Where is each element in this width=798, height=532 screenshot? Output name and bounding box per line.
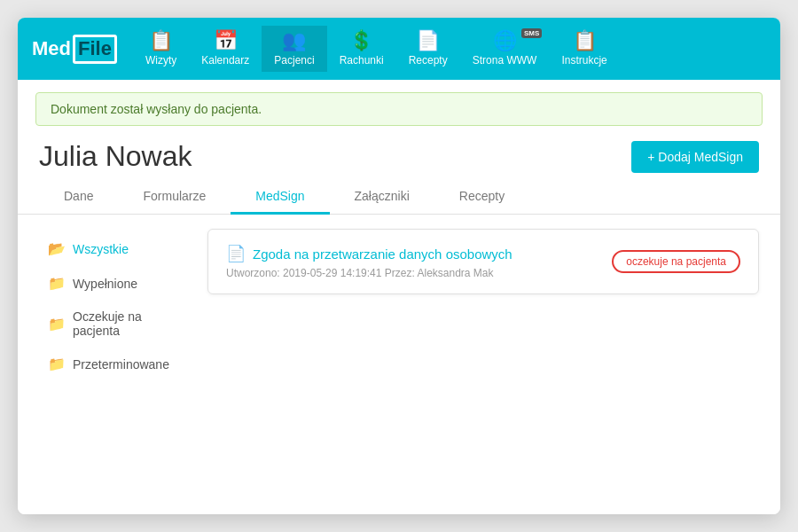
patient-name: Julia Nowak (39, 140, 192, 173)
wizyty-icon: 📋 (149, 31, 173, 51)
recepty-icon: 📄 (416, 31, 440, 51)
alert-bar: Dokument został wysłany do pacjenta. (35, 92, 763, 126)
logo-file: File (78, 37, 112, 59)
status-badge[interactable]: oczekuje na pacjenta (612, 250, 740, 273)
nav-item-recepty[interactable]: 📄 Recepty (396, 26, 460, 72)
recepty-label: Recepty (409, 54, 448, 66)
instrukcje-icon: 📋 (573, 31, 597, 51)
sidebar-item-oczekuje[interactable]: 📁 Oczekuje na pacjenta (39, 303, 190, 344)
sidebar: 📂 Wszystkie 📁 Wypełnione 📁 Oczekuje na p… (39, 229, 190, 379)
tab-dane[interactable]: Dane (39, 180, 118, 215)
nav-item-rachunki[interactable]: 💲 Rachunki (327, 26, 396, 72)
doc-meta: Utworzono: 2019-05-29 14:19:41 Przez: Al… (226, 267, 512, 279)
sidebar-item-przeterminowane[interactable]: 📁 Przeterminowane (39, 349, 190, 379)
strona-www-icon: 🌐 (493, 31, 517, 51)
nav-item-pacjenci[interactable]: 👥 Pacjenci (262, 26, 326, 72)
kalendarz-icon: 📅 (214, 31, 238, 51)
document-card[interactable]: 📄 Zgoda na przetwarzanie danych osobowyc… (207, 229, 759, 294)
sidebar-label-wszystkie: Wszystkie (73, 242, 129, 256)
patient-header: Julia Nowak + Dodaj MedSign (18, 126, 780, 180)
rachunki-label: Rachunki (340, 54, 384, 66)
pacjenci-icon: 👥 (282, 31, 306, 51)
doc-title-row: 📄 Zgoda na przetwarzanie danych osobowyc… (226, 244, 512, 263)
rachunki-icon: 💲 (349, 31, 373, 51)
logo-med: Med (32, 37, 71, 60)
nav-items: 📋 Wizyty 📅 Kalendarz 👥 Pacjenci 💲 Rachun… (133, 26, 620, 72)
doc-title: Zgoda na przetwarzanie danych osobowych (253, 246, 512, 262)
doc-file-icon: 📄 (226, 244, 246, 263)
documents-area: 📄 Zgoda na przetwarzanie danych osobowyc… (207, 229, 759, 379)
pacjenci-label: Pacjenci (274, 54, 314, 66)
tab-zalaczniki[interactable]: Załączniki (330, 180, 434, 215)
navbar: Med File 📋 Wizyty 📅 Kalendarz 👥 Pacjenci… (18, 18, 780, 80)
sidebar-label-przeterminowane: Przeterminowane (73, 357, 169, 372)
add-medsign-button[interactable]: + Dodaj MedSign (631, 141, 759, 173)
sidebar-item-wszystkie[interactable]: 📂 Wszystkie (39, 234, 190, 263)
tab-recepty[interactable]: Recepty (434, 180, 529, 215)
nav-item-strona-www[interactable]: SMS 🌐 Strona WWW (460, 26, 550, 72)
instrukcje-label: Instrukcje (561, 54, 606, 66)
content-area: Dokument został wysłany do pacjenta. Jul… (18, 80, 780, 514)
logo-file-bracket: File (73, 35, 117, 64)
tab-formularze[interactable]: Formularze (118, 180, 231, 215)
logo: Med File (32, 35, 117, 64)
folder-icon-wszystkie: 📂 (48, 240, 66, 257)
sms-badge: SMS (521, 28, 542, 38)
tabs-bar: Dane Formularze MedSign Załączniki Recep… (18, 180, 780, 215)
nav-item-instrukcje[interactable]: 📋 Instrukcje (549, 26, 619, 72)
nav-item-kalendarz[interactable]: 📅 Kalendarz (189, 26, 262, 72)
doc-info: 📄 Zgoda na przetwarzanie danych osobowyc… (226, 244, 512, 279)
main-body: 📂 Wszystkie 📁 Wypełnione 📁 Oczekuje na p… (18, 215, 780, 393)
sidebar-label-oczekuje: Oczekuje na pacjenta (73, 309, 181, 338)
tab-medsign[interactable]: MedSign (231, 180, 329, 215)
sidebar-label-wypelnione: Wypełnione (73, 277, 137, 291)
sidebar-item-wypelnione[interactable]: 📁 Wypełnione (39, 269, 190, 298)
folder-icon-przeterminowane: 📁 (48, 356, 66, 372)
wizyty-label: Wizyty (145, 54, 176, 66)
kalendarz-label: Kalendarz (201, 54, 249, 66)
strona-www-label: Strona WWW (473, 54, 537, 66)
app-window: Med File 📋 Wizyty 📅 Kalendarz 👥 Pacjenci… (18, 18, 780, 514)
folder-icon-wypelnione: 📁 (48, 275, 66, 292)
alert-message: Dokument został wysłany do pacjenta. (51, 102, 262, 116)
folder-icon-oczekuje: 📁 (48, 316, 66, 332)
nav-item-wizyty[interactable]: 📋 Wizyty (133, 26, 189, 72)
